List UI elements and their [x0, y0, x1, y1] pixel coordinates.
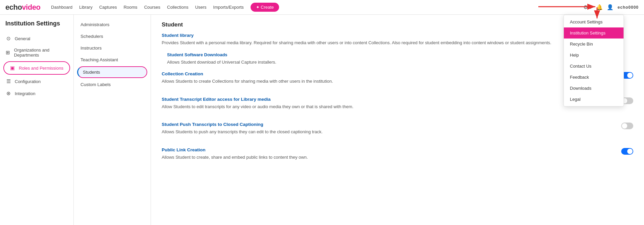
nav-captures[interactable]: Captures: [99, 5, 117, 10]
notifications-icon-btn[interactable]: 🔔: [596, 4, 603, 10]
logo-video: video: [22, 3, 40, 12]
nav-right: ⚙ ▾ 🔔 👤 echo0000: [583, 4, 639, 10]
general-icon: ⊙: [5, 35, 11, 42]
sidebar-item-orgs[interactable]: ⊞ Organizations and Departments: [0, 45, 73, 61]
public-link-text: Public Link Creation Allows Student to c…: [162, 147, 614, 167]
public-link-desc: Allows Student to create, share and embe…: [162, 154, 614, 161]
sidebar-integration-label: Integration: [15, 91, 35, 96]
echo-brand: echo0000: [618, 5, 639, 10]
create-button[interactable]: ✦ Create: [251, 3, 279, 12]
transcript-editor-desc: Allow Students to edit transcripts for a…: [162, 103, 614, 110]
nav-courses[interactable]: Courses: [144, 5, 160, 10]
push-transcripts-desc: Allows Students to push any transcripts …: [162, 129, 614, 135]
feature-transcript-editor: Student Transcript Editor access for Lib…: [162, 97, 633, 116]
feature-student-library: Student library Provides Student with a …: [162, 33, 633, 65]
nav-users[interactable]: Users: [195, 5, 207, 10]
roles-icon: ▣: [9, 65, 15, 71]
settings-dropdown: Account Settings Institution Settings Re…: [564, 15, 624, 106]
mid-sidebar: Administrators Schedulers Instructors Te…: [74, 15, 151, 225]
config-icon: ☰: [5, 78, 11, 84]
push-transcripts-toggle[interactable]: [621, 123, 633, 129]
mid-item-students[interactable]: Students: [77, 66, 147, 78]
sidebar-general-label: General: [15, 36, 30, 41]
integration-icon: ⊛: [5, 90, 11, 96]
nav-links: Dashboard Library Captures Rooms Courses…: [51, 3, 583, 12]
nav-collections[interactable]: Collections: [167, 5, 189, 10]
logo-echo: echo: [5, 3, 22, 12]
push-transcripts-text: Student Push Transcripts to Closed Capti…: [162, 122, 614, 141]
mid-item-custom-labels[interactable]: Custom Labels: [74, 79, 151, 90]
left-sidebar: Institution Settings ⊙ General ⊞ Organiz…: [0, 15, 74, 225]
public-link-title: Public Link Creation: [162, 147, 614, 152]
logo: echovideo: [5, 3, 40, 12]
transcript-editor-title: Student Transcript Editor access for Lib…: [162, 97, 614, 102]
dropdown-account-settings[interactable]: Account Settings: [564, 16, 624, 27]
sidebar-roles-label: Roles and Permissions: [19, 66, 63, 71]
public-link-toggle[interactable]: [621, 148, 633, 155]
section-title: Student: [162, 21, 633, 28]
page-title: Institution Settings: [0, 20, 73, 32]
dropdown-institution-settings[interactable]: Institution Settings: [564, 27, 624, 39]
mid-item-instructors[interactable]: Instructors: [74, 42, 151, 54]
feature-public-link: Public Link Creation Allows Student to c…: [162, 147, 633, 167]
student-library-title: Student library: [162, 33, 633, 38]
settings-icon-btn[interactable]: ⚙ ▾: [583, 4, 592, 10]
dropdown-recycle-bin[interactable]: Recycle Bin: [564, 39, 624, 50]
sidebar-item-roles[interactable]: ▣ Roles and Permissions: [3, 61, 70, 75]
orgs-icon: ⊞: [5, 50, 11, 56]
sidebar-orgs-label: Organizations and Departments: [14, 48, 68, 58]
student-library-desc: Provides Student with a personal media l…: [162, 40, 633, 46]
nav-rooms[interactable]: Rooms: [123, 5, 137, 10]
nav-library[interactable]: Library: [79, 5, 93, 10]
sidebar-item-integration[interactable]: ⊛ Integration: [0, 87, 73, 99]
collection-creation-title: Collection Creation: [162, 71, 614, 76]
nav-dashboard[interactable]: Dashboard: [51, 5, 72, 10]
top-nav: echovideo Dashboard Library Captures Roo…: [0, 0, 644, 15]
user-icon-btn[interactable]: 👤: [607, 4, 613, 10]
page-layout: Institution Settings ⊙ General ⊞ Organiz…: [0, 15, 644, 225]
mid-item-teaching-assistant[interactable]: Teaching Assistant: [74, 54, 151, 66]
dropdown-legal[interactable]: Legal: [564, 94, 624, 105]
mid-item-administrators[interactable]: Administrators: [74, 19, 151, 30]
collection-creation-text: Collection Creation Allows Students to c…: [162, 71, 614, 91]
sidebar-config-label: Configuration: [15, 79, 41, 84]
feature-collection-creation: Collection Creation Allows Students to c…: [162, 71, 633, 91]
collection-creation-desc: Allows Students to create Collections fo…: [162, 78, 614, 85]
sidebar-item-general[interactable]: ⊙ General: [0, 32, 73, 45]
dropdown-feedback[interactable]: Feedback: [564, 72, 624, 83]
dropdown-downloads[interactable]: Downloads: [564, 83, 624, 94]
transcript-editor-text: Student Transcript Editor access for Lib…: [162, 97, 614, 116]
mid-item-schedulers[interactable]: Schedulers: [74, 30, 151, 42]
push-transcripts-title: Student Push Transcripts to Closed Capti…: [162, 122, 614, 127]
sidebar-item-config[interactable]: ☰ Configuration: [0, 75, 73, 87]
feature-push-transcripts: Student Push Transcripts to Closed Capti…: [162, 122, 633, 141]
nav-imports-exports[interactable]: Imports/Exports: [213, 5, 244, 10]
dropdown-contact-us[interactable]: Contact Us: [564, 61, 624, 72]
dropdown-help[interactable]: Help: [564, 50, 624, 61]
